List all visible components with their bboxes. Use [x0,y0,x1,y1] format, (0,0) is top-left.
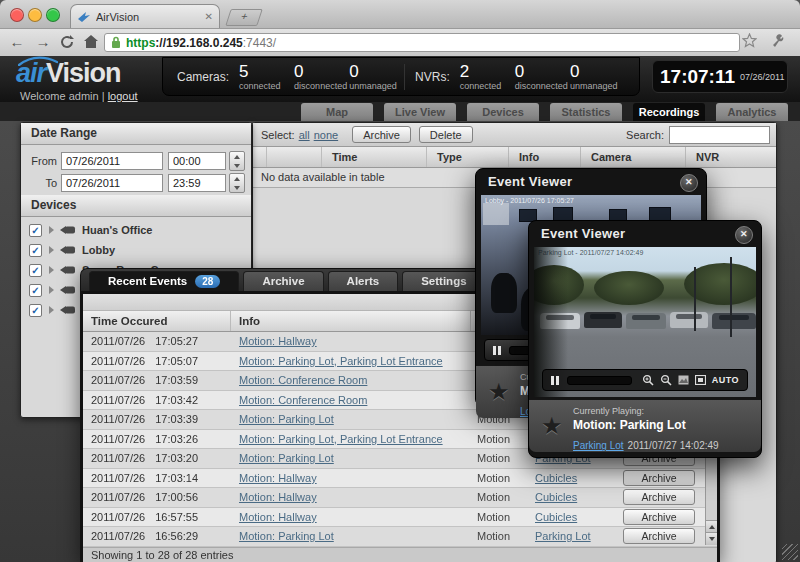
event-info-link[interactable]: Motion: Hallway [239,511,317,523]
expand-caret-icon[interactable] [49,266,54,274]
nav-tab[interactable]: Devices [467,103,539,121]
zoom-in-icon[interactable] [642,374,654,386]
resize-grip[interactable] [782,544,798,560]
home-button[interactable] [80,32,102,52]
event-type: Motion [471,433,527,445]
nav-tab[interactable]: Live View [384,103,456,121]
event-camera-link[interactable]: Cubicles [535,511,577,523]
tab-close-icon[interactable]: ✕ [205,12,213,22]
row-archive-button[interactable]: Archive [623,489,695,505]
close-window-button[interactable] [10,8,24,22]
from-time-input[interactable] [168,152,226,170]
col-camera[interactable]: Camera [581,147,686,167]
event-info-link[interactable]: Motion: Parking Lot, Parking Lot Entranc… [239,433,443,445]
pause-button[interactable] [493,346,501,355]
playing-camera-link[interactable]: Parking Lot [573,440,624,451]
from-time-stepper[interactable] [229,151,245,171]
event-viewer-title-bar[interactable]: Event Viewer ✕ [476,169,706,195]
select-all-link[interactable]: all [299,129,310,141]
devices-header: Devices [21,195,251,217]
video-overlay-text: Parking Lot - 2011/07/27 14:02:49 [538,249,643,256]
fullscreen-icon[interactable] [695,375,706,385]
event-info-link[interactable]: Motion: Hallway [239,335,317,347]
address-bar[interactable]: https://192.168.0.245:7443/ [104,33,740,52]
event-info-link[interactable]: Motion: Conference Room [239,374,367,386]
col-nvr[interactable]: NVR [686,147,776,167]
device-tree-item[interactable]: ✓ Lobby [29,241,251,259]
new-tab-button[interactable]: + [225,9,263,26]
event-camera-link[interactable]: Cubicles [535,491,577,503]
event-info-link[interactable]: Motion: Parking Lot [239,530,334,542]
archive-button[interactable]: Archive [352,126,411,143]
event-info-link[interactable]: Motion: Parking Lot, Parking Lot Entranc… [239,355,443,367]
progress-bar[interactable] [567,376,632,385]
video-area[interactable]: Parking Lot - 2011/07/27 14:02:49 AUTO [534,247,756,397]
events-tab[interactable]: Recent Events28 [89,271,239,291]
main-nav: Map Live View Devices Statistics Recordi… [0,102,800,122]
to-time-input[interactable] [168,174,226,192]
camera-icon [60,265,76,275]
device-checkbox[interactable]: ✓ [29,224,42,237]
events-tab[interactable]: Alerts [328,271,399,291]
bookmark-star-button[interactable] [742,33,762,53]
events-tab[interactable]: Archive [243,271,323,291]
device-checkbox[interactable]: ✓ [29,284,42,297]
wrench-menu-button[interactable] [770,33,790,53]
select-none-link[interactable]: none [314,129,338,141]
event-info-link[interactable]: Motion: Hallway [239,472,317,484]
event-camera-link[interactable]: Parking Lot [535,530,591,542]
event-info-link[interactable]: Motion: Hallway [239,491,317,503]
event-info-link[interactable]: Motion: Parking Lot [239,452,334,464]
clock-panel: 17:07:11 07/26/2011 [652,60,788,93]
row-archive-button[interactable]: Archive [623,470,695,486]
event-viewer-title-bar[interactable]: Event Viewer ✕ [529,221,761,247]
event-viewer-window-front[interactable]: Event Viewer ✕ Parking Lot - 20 [528,220,762,458]
forward-button[interactable]: → [32,32,54,52]
expand-caret-icon[interactable] [49,306,54,314]
col-info[interactable]: Info [509,147,581,167]
col-info[interactable]: Info [231,311,471,331]
device-checkbox[interactable]: ✓ [29,304,42,317]
nav-tab[interactable]: Recordings [633,103,705,121]
logo-swoosh-icon [18,56,58,66]
device-checkbox[interactable]: ✓ [29,264,42,277]
to-date-input[interactable] [61,174,163,192]
to-time-stepper[interactable] [229,173,245,193]
col-time[interactable]: Time [322,147,427,167]
device-tree-item[interactable]: ✓ Huan's Office [29,221,251,239]
close-icon[interactable]: ✕ [735,226,753,244]
nav-tab[interactable]: Analytics [716,103,788,121]
browser-tab[interactable]: AirVision ✕ [70,4,220,28]
device-checkbox[interactable]: ✓ [29,244,42,257]
events-tab[interactable]: Settings [402,271,485,291]
expand-caret-icon[interactable] [49,226,54,234]
row-archive-button[interactable]: Archive [623,528,695,544]
snapshot-icon[interactable] [678,375,689,385]
close-icon[interactable]: ✕ [680,174,698,192]
from-date-input[interactable] [61,152,163,170]
reload-button[interactable] [56,32,78,52]
auto-quality-button[interactable]: AUTO [712,375,739,385]
search-input[interactable] [669,126,770,144]
back-button[interactable]: ← [6,32,28,52]
camera-icon [60,285,76,295]
select-label: Select: [261,129,295,141]
expand-caret-icon[interactable] [49,246,54,254]
zoom-out-icon[interactable] [660,374,672,386]
row-archive-button[interactable]: Archive [623,509,695,525]
logout-link[interactable]: logout [108,90,138,102]
event-camera-link[interactable]: Cubicles [535,472,577,484]
zoom-window-button[interactable] [46,8,60,22]
col-type[interactable]: Type [427,147,509,167]
event-info-link[interactable]: Motion: Conference Room [239,394,367,406]
expand-caret-icon[interactable] [49,286,54,294]
scroll-down-arrow[interactable] [706,532,717,545]
minimize-window-button[interactable] [28,8,42,22]
home-icon [84,35,98,48]
nav-tab[interactable]: Statistics [550,103,622,121]
event-info-link[interactable]: Motion: Parking Lot [239,413,334,425]
pause-button[interactable] [551,376,559,385]
delete-button[interactable]: Delete [419,126,473,143]
col-time-occured[interactable]: Time Occured [83,311,231,331]
nav-tab[interactable]: Map [301,103,373,121]
